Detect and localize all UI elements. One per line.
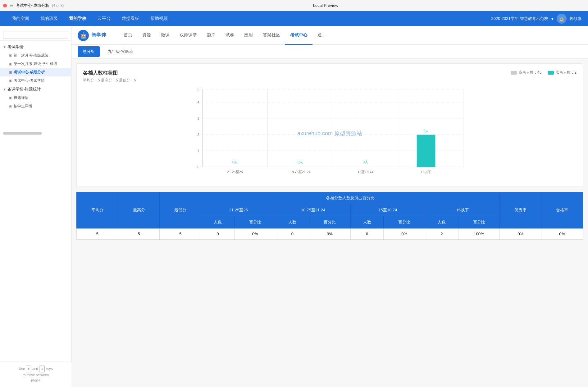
svg-text:15以下: 15以下 bbox=[421, 170, 431, 174]
dropdown-arrow-icon[interactable]: ▾ bbox=[551, 16, 554, 21]
nav-more[interactable]: 通... bbox=[312, 26, 330, 45]
svg-text:1: 1 bbox=[197, 149, 199, 153]
sidebar-group-exam[interactable]: ▼ 考试学情 bbox=[0, 43, 71, 51]
th-pct4: 百分比 bbox=[458, 216, 500, 228]
th-range3: 15至18.74 bbox=[350, 204, 425, 216]
td-r1count: 0 bbox=[201, 228, 235, 240]
prev-key-icon[interactable]: ◁ bbox=[26, 366, 31, 372]
legend-gray-icon bbox=[511, 71, 517, 75]
td-r3count: 0 bbox=[350, 228, 384, 240]
nav-paper[interactable]: 试卷 bbox=[221, 26, 239, 45]
svg-text:0人: 0人 bbox=[298, 160, 303, 164]
nav-dual-teacher[interactable]: 双师课堂 bbox=[175, 26, 202, 45]
sidebar-search bbox=[0, 29, 71, 41]
sidebar-group-label: 备课学情-错题统计 bbox=[7, 86, 41, 92]
chart-title: 各档人数柱状图 bbox=[83, 70, 136, 76]
svg-text:4: 4 bbox=[197, 100, 199, 104]
top-nav: 我的空间 我的班级 我的学校 云平台 数据看板 帮助视频 2020-2021学年… bbox=[0, 11, 588, 26]
app-header: 🤖 智学伴 首页 资源 微课 双师课堂 题库 试卷 应用 答疑社区 考试中心 通… bbox=[71, 26, 588, 45]
th-range1: 21.25至25 bbox=[201, 204, 276, 216]
expand-arrow-icon: ▼ bbox=[3, 45, 6, 49]
svg-text:3: 3 bbox=[197, 117, 199, 120]
td-min: 5 bbox=[160, 228, 201, 240]
sidebar-item-student-score[interactable]: ▣ 第一次月考-班级-学生成绩 bbox=[0, 60, 71, 68]
nav-app[interactable]: 应用 bbox=[239, 26, 258, 45]
sidebar-group-prepare[interactable]: ▼ 备课学情-错题统计 bbox=[0, 85, 71, 94]
top-nav-right: 2020-2021学年-智慧教育示范校 ▾ 🤖 郭欣嘉 bbox=[491, 14, 582, 24]
th-count4: 人数 bbox=[425, 216, 458, 228]
th-max-score: 最高分 bbox=[118, 192, 160, 228]
doc-icon: ▣ bbox=[9, 104, 12, 108]
legend-applicants-text: 应考人数：45 bbox=[519, 70, 541, 75]
table-section: 平均分 最高分 最低分 各档分数人数及所占百分比 优秀率 合格率 21.25至2… bbox=[76, 192, 583, 240]
svg-text:5: 5 bbox=[197, 87, 199, 91]
logo-icon: 🤖 bbox=[78, 30, 89, 41]
nav-exam-center[interactable]: 考试中心 bbox=[285, 26, 312, 45]
table-row: 5 5 5 0 0% 0 0% 0 0% 2 100% 0% 0% bbox=[77, 228, 583, 240]
nav-community[interactable]: 答疑社区 bbox=[258, 26, 285, 45]
sidebar-item-by-question[interactable]: ▣ 按题详情 bbox=[0, 94, 71, 102]
th-count2: 人数 bbox=[276, 216, 309, 228]
topnav-item-space[interactable]: 我的空间 bbox=[6, 11, 35, 26]
svg-text:15至18.74: 15至18.74 bbox=[358, 170, 373, 174]
menu-icon: ☰ bbox=[9, 3, 13, 8]
th-count3: 人数 bbox=[350, 216, 384, 228]
th-excellent-rate: 优秀率 bbox=[500, 192, 541, 228]
sidebar-item-label: 第一次月考-班级-学生成绩 bbox=[14, 61, 57, 67]
app-logo: 🤖 智学伴 bbox=[78, 30, 106, 41]
nav-question-bank[interactable]: 题库 bbox=[202, 26, 221, 45]
content-area: 🤖 智学伴 首页 资源 微课 双师课堂 题库 试卷 应用 答疑社区 考试中心 通… bbox=[71, 26, 588, 387]
expand-arrow-icon: ▼ bbox=[3, 88, 6, 91]
topnav-item-class[interactable]: 我的班级 bbox=[35, 11, 63, 26]
sub-header: 总分析 九年级-实验班 bbox=[71, 45, 588, 58]
nav-microcourse[interactable]: 微课 bbox=[156, 26, 175, 45]
sidebar-item-label: 考试中心-成绩分析 bbox=[14, 70, 45, 75]
nav-resource[interactable]: 资源 bbox=[137, 26, 156, 45]
th-min-score: 最低分 bbox=[160, 192, 201, 228]
legend-actual: 实考人数：2 bbox=[548, 70, 577, 75]
th-pct3: 百分比 bbox=[384, 216, 425, 228]
doc-icon: ▣ bbox=[9, 79, 12, 83]
close-button[interactable] bbox=[3, 4, 7, 7]
svg-text:0人: 0人 bbox=[232, 160, 238, 164]
bar-15-below bbox=[417, 135, 435, 167]
doc-icon: ▣ bbox=[9, 62, 12, 66]
nav-hint: Use ◁ and ▷ keysto move betweenpages bbox=[3, 366, 68, 383]
next-key-icon[interactable]: ▷ bbox=[39, 366, 45, 372]
th-pct1: 百分比 bbox=[234, 216, 276, 228]
sidebar-item-label: 第一次月考-班级成绩 bbox=[14, 53, 48, 58]
svg-text:21.25至25: 21.25至25 bbox=[227, 170, 243, 174]
sidebar-item-label: 按题详情 bbox=[14, 95, 29, 100]
th-avg-score: 平均分 bbox=[77, 192, 118, 228]
td-excellent: 0% bbox=[500, 228, 541, 240]
topnav-item-school[interactable]: 我的学校 bbox=[63, 11, 92, 26]
topnav-item-data[interactable]: 数据看板 bbox=[116, 11, 145, 26]
sidebar-item-class-score[interactable]: ▣ 第一次月考-班级成绩 bbox=[0, 51, 71, 60]
title-bar-title: 考试中心-成绩分析 bbox=[16, 3, 49, 8]
sub-tab-class[interactable]: 九年级-实验班 bbox=[103, 46, 138, 57]
doc-icon: ▣ bbox=[9, 53, 12, 58]
svg-text:18.75至21.24: 18.75至21.24 bbox=[290, 170, 310, 174]
username: 郭欣嘉 bbox=[570, 16, 582, 21]
logo-text: 智学伴 bbox=[91, 32, 106, 39]
school-year: 2020-2021学年-智慧教育示范校 bbox=[491, 16, 549, 21]
title-bar: ☰ 考试中心-成绩分析 (4 of 8) Local Preview bbox=[0, 0, 588, 11]
search-input[interactable] bbox=[3, 31, 68, 39]
legend-applicants: 应考人数：45 bbox=[511, 70, 541, 75]
th-range-group: 各档分数人数及所占百分比 bbox=[201, 192, 500, 204]
bar-chart: axurehub.com 原型资源站 0 1 2 3 4 5 bbox=[83, 86, 577, 180]
svg-text:2人: 2人 bbox=[423, 129, 429, 133]
svg-text:2: 2 bbox=[197, 133, 199, 136]
sidebar-item-exam-status[interactable]: ▣ 考试中心-考试学情 bbox=[0, 76, 71, 85]
svg-text:0人: 0人 bbox=[363, 160, 368, 164]
nav-home[interactable]: 首页 bbox=[119, 26, 137, 45]
td-r2count: 0 bbox=[276, 228, 309, 240]
th-range2: 18.75至21.24 bbox=[276, 204, 350, 216]
doc-icon: ▣ bbox=[9, 96, 12, 100]
chart-subtitle: 平均分：5 最高分：5 最低分：5 bbox=[83, 78, 136, 83]
sidebar-item-by-student[interactable]: ▣ 按学生详情 bbox=[0, 102, 71, 110]
sidebar-item-score-analysis[interactable]: ▣ 考试中心-成绩分析 bbox=[0, 68, 71, 76]
topnav-item-cloud[interactable]: 云平台 bbox=[92, 11, 116, 26]
sub-tab-analysis[interactable]: 总分析 bbox=[78, 46, 100, 57]
topnav-item-help[interactable]: 帮助视频 bbox=[145, 11, 173, 26]
